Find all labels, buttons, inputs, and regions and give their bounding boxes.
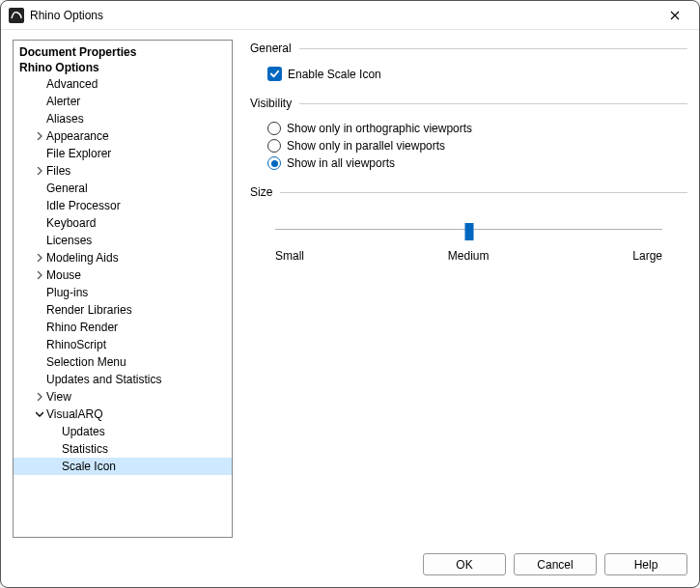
tree-item[interactable]: Rhino Render	[14, 319, 232, 336]
visibility-option-row: Show only in orthographic viewports	[250, 120, 687, 137]
slider-labels: Small Medium Large	[275, 249, 662, 263]
visibility-radio[interactable]	[267, 122, 281, 135]
tree-item[interactable]: Statistics	[14, 440, 232, 458]
tree-item-label: Selection Menu	[46, 353, 126, 371]
dialog-footer: OK Cancel Help	[1, 544, 699, 587]
chevron-right-icon[interactable]	[33, 268, 46, 282]
tree-item-label: View	[46, 388, 71, 406]
tree-heading-document-properties[interactable]: Document Properties	[14, 44, 232, 60]
checkmark-icon	[269, 69, 280, 79]
chevron-right-icon[interactable]	[33, 164, 46, 178]
chevron-down-icon[interactable]	[33, 407, 46, 421]
dialog-window: Rhino Options Document Properties Rhino …	[0, 0, 700, 588]
tree-item[interactable]: Modeling Aids	[14, 249, 232, 266]
chevron-placeholder	[33, 112, 46, 126]
tree-item[interactable]: Mouse	[14, 266, 232, 284]
group-size-label: Size	[250, 185, 272, 199]
tree-item-label: Aliases	[46, 110, 84, 127]
tree-item-label: Rhino Render	[46, 319, 118, 336]
options-tree[interactable]: Document Properties Rhino Options Advanc…	[13, 40, 233, 538]
chevron-placeholder	[33, 321, 46, 334]
chevron-placeholder	[48, 460, 62, 473]
help-button[interactable]: Help	[604, 553, 687, 575]
chevron-placeholder	[33, 234, 46, 247]
tree-item[interactable]: Updates and Statistics	[14, 371, 232, 388]
tree-item[interactable]: Idle Processor	[14, 197, 232, 214]
chevron-right-icon[interactable]	[33, 251, 46, 265]
tree-item-label: Modeling Aids	[46, 249, 119, 266]
radio-dot-icon	[271, 160, 278, 167]
chevron-right-icon[interactable]	[33, 390, 46, 404]
tree-item[interactable]: Render Libraries	[14, 301, 232, 319]
tree-item[interactable]: Selection Menu	[14, 353, 232, 371]
tree-item[interactable]: Aliases	[14, 110, 232, 127]
tree-item[interactable]: Licenses	[14, 232, 232, 249]
chevron-placeholder	[33, 338, 46, 351]
visibility-radio[interactable]	[267, 156, 281, 170]
options-panel: General Enable Scale Icon Visibility Sho…	[250, 40, 687, 544]
size-slider[interactable]	[275, 220, 662, 239]
enable-scale-icon-checkbox[interactable]	[267, 67, 282, 81]
chevron-placeholder	[33, 95, 46, 108]
ok-button[interactable]: OK	[423, 553, 506, 575]
enable-scale-icon-row: Enable Scale Icon	[250, 65, 687, 83]
tree-item-label: Updates and Statistics	[46, 371, 161, 388]
tree-item-label: Keyboard	[46, 214, 96, 232]
size-slider-container: Small Medium Large	[250, 209, 687, 263]
tree-item[interactable]: Keyboard	[14, 214, 232, 232]
tree-item[interactable]: File Explorer	[14, 145, 232, 162]
tree-item[interactable]: Appearance	[14, 127, 232, 145]
tree-item[interactable]: Alerter	[14, 93, 232, 110]
chevron-placeholder	[33, 286, 46, 299]
cancel-button-label: Cancel	[537, 558, 573, 572]
tree-item-label: Alerter	[46, 93, 80, 110]
tree-item[interactable]: Updates	[14, 423, 232, 440]
slider-thumb[interactable]	[464, 223, 473, 240]
window-title: Rhino Options	[30, 9, 653, 22]
visibility-option-label: Show only in parallel viewports	[287, 139, 445, 153]
tree-item-label: VisualARQ	[46, 406, 102, 423]
visibility-option-row: Show only in parallel viewports	[250, 137, 687, 154]
divider	[299, 103, 687, 104]
slider-label-max: Large	[632, 249, 662, 263]
tree-heading-rhino-options[interactable]: Rhino Options	[14, 60, 232, 75]
cancel-button[interactable]: Cancel	[514, 553, 597, 575]
close-button[interactable]	[653, 1, 697, 30]
tree-item[interactable]: Plug-ins	[14, 284, 232, 301]
svg-rect-0	[9, 8, 24, 23]
chevron-placeholder	[33, 147, 46, 160]
tree-item[interactable]: Scale Icon	[14, 458, 232, 475]
slider-label-mid: Medium	[448, 249, 490, 263]
chevron-placeholder	[33, 199, 46, 212]
visibility-option-row: Show in all viewports	[250, 154, 687, 172]
tree-item-label: Idle Processor	[46, 197, 121, 214]
tree-item-label: Mouse	[46, 266, 81, 284]
titlebar: Rhino Options	[1, 1, 699, 30]
group-general: General Enable Scale Icon	[250, 42, 687, 83]
visibility-radio[interactable]	[267, 139, 281, 153]
tree-item[interactable]: View	[14, 388, 232, 406]
tree-item-label: Plug-ins	[46, 284, 88, 301]
visibility-option-label: Show only in orthographic viewports	[287, 122, 472, 135]
chevron-placeholder	[33, 373, 46, 386]
tree-item[interactable]: VisualARQ	[14, 406, 232, 423]
tree-item-label: Statistics	[62, 440, 108, 458]
chevron-placeholder	[48, 425, 62, 438]
dialog-body: Document Properties Rhino Options Advanc…	[1, 30, 699, 544]
tree-item[interactable]: RhinoScript	[14, 336, 232, 353]
chevron-placeholder	[33, 77, 46, 91]
close-icon	[670, 11, 680, 20]
tree-item-label: Render Libraries	[46, 301, 132, 319]
chevron-right-icon[interactable]	[33, 129, 46, 143]
tree-item[interactable]: General	[14, 180, 232, 197]
app-icon	[9, 8, 24, 23]
chevron-placeholder	[33, 303, 46, 317]
chevron-placeholder	[33, 216, 46, 230]
tree-item-label: Scale Icon	[62, 458, 116, 475]
group-size-legend: Size	[250, 185, 687, 199]
group-general-label: General	[250, 42, 292, 55]
tree-item[interactable]: Files	[14, 162, 232, 180]
tree-item-label: Appearance	[46, 127, 109, 145]
tree-item-label: RhinoScript	[46, 336, 106, 353]
tree-item[interactable]: Advanced	[14, 75, 232, 93]
